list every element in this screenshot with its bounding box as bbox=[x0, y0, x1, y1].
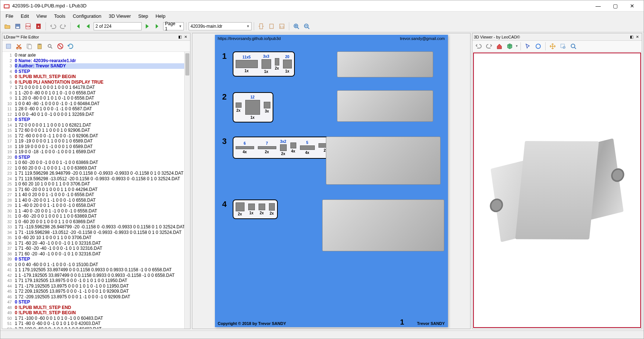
editor-body[interactable]: 1234567891011121314151617181920212223242… bbox=[2, 52, 190, 329]
viewer-zoom-region-icon[interactable] bbox=[558, 41, 568, 51]
cut-icon[interactable] bbox=[14, 41, 24, 51]
viewer-close-icon[interactable]: ✕ bbox=[634, 34, 640, 40]
menu-help[interactable]: Help bbox=[152, 13, 169, 20]
code-line[interactable]: 1 1 -179.192505 33.897499 0 0 0.1158 0.9… bbox=[15, 273, 190, 278]
editor-scrollbar[interactable] bbox=[184, 52, 190, 329]
undo-icon[interactable] bbox=[48, 21, 58, 31]
code-line[interactable]: 1 71 0 0 0 0 1 0 0 0 1 0 0 0 1 64178.DAT bbox=[15, 85, 190, 90]
code-line[interactable]: 1 71 -100 0 -60 0 0 1 0 1 0 -1 0 0 60483… bbox=[15, 316, 190, 321]
viewer-body[interactable] bbox=[473, 53, 641, 328]
menu-view[interactable]: View bbox=[33, 13, 50, 20]
copy-icon[interactable] bbox=[24, 41, 34, 51]
code-line[interactable]: 1 71 119.596298 -13.0512 -20 0.1158 0 -0… bbox=[15, 176, 190, 182]
code-line[interactable]: 0 STEP bbox=[15, 256, 190, 262]
save-icon[interactable] bbox=[13, 21, 23, 31]
code-line[interactable]: 1 0 60 20 10 1 0 0 0 1 1 0 0 3706.DAT bbox=[15, 181, 190, 187]
editor-close-icon[interactable]: ✕ bbox=[183, 34, 189, 40]
code-line[interactable]: 1 19 19 0 0 0 0 1 -1 0 0 0 1 0 6589.DAT bbox=[15, 144, 190, 150]
code-line[interactable]: 1 0 -60 20 10 1 0 0 0 1 1 0 0 3706.DAT bbox=[15, 235, 190, 241]
code-line[interactable]: 1 1 -40 0 -20 0 0 1 -1 0 0 0 -1 0 6558.D… bbox=[15, 208, 190, 214]
code-line[interactable]: 0 Name: 42039s-rearaxle1.ldr bbox=[15, 58, 190, 64]
code-line[interactable]: 0 rear axle bbox=[15, 53, 190, 58]
viewer-cube-icon[interactable] bbox=[505, 41, 515, 51]
code-line[interactable]: 1 19 -19 0 0 0 0 1 1 0 0 0 1 0 6589.DAT bbox=[15, 138, 190, 144]
code-line[interactable]: 1 0 -60 -20 0 0 1 0 0 0 1 1 0 0 63869.DA… bbox=[15, 214, 190, 219]
find-icon[interactable] bbox=[45, 41, 55, 51]
code-line[interactable]: 1 72 60 0 0 0 1 1 0 0 0 1 0 92906.DAT bbox=[15, 128, 190, 133]
fit-width-icon[interactable] bbox=[256, 21, 266, 31]
code-line[interactable]: 1 72 0 0 0 0 0 1 1 0 0 0 1 0 62821.DAT bbox=[15, 122, 190, 128]
zoom-out-icon[interactable] bbox=[302, 21, 311, 31]
viewer-float-icon[interactable]: ◧ bbox=[628, 34, 634, 40]
open-icon[interactable] bbox=[3, 21, 12, 31]
redo-icon[interactable] bbox=[58, 21, 68, 31]
viewer-rotate-icon[interactable] bbox=[533, 41, 543, 51]
code-line[interactable]: 0 !LPUB MULTI_STEP BEGIN bbox=[15, 310, 190, 316]
code-line[interactable]: 1 71 -60 -20 -40 -1 0 0 0 -1 0 1 0 32316… bbox=[15, 246, 190, 251]
code-line[interactable]: 0 STEP bbox=[15, 117, 190, 122]
code-line[interactable]: 0 STEP bbox=[15, 299, 190, 305]
edit-select-icon[interactable] bbox=[4, 41, 13, 51]
code-line[interactable]: 1 28 0 -60 0 1 0 0 0 -1 -1 0 0 6587.DAT bbox=[15, 106, 190, 112]
close-button[interactable]: ✕ bbox=[624, 1, 641, 11]
code-line[interactable]: 1 19 0 0 -18 -1 0 0 0 -1 0 0 0 1 6589.DA… bbox=[15, 149, 190, 155]
menu-configuration[interactable]: Configuration bbox=[69, 13, 105, 20]
code-line[interactable]: 0 !LPUB PLI ANNOTATION DISPLAY TRUE bbox=[15, 80, 190, 85]
code-line[interactable]: 1 71 60 -20 -40 -1 0 0 0 -1 0 1 0 32316.… bbox=[15, 251, 190, 257]
last-page-icon[interactable] bbox=[153, 21, 162, 31]
viewer-redo-icon[interactable] bbox=[484, 41, 494, 51]
first-page-icon[interactable] bbox=[73, 21, 82, 31]
preview-body[interactable]: https://trevorsandy.github.io/lpub3d tre… bbox=[192, 33, 470, 329]
viewer-home-icon[interactable] bbox=[495, 41, 504, 51]
code-line[interactable]: 1 72 -209.192505 13.8975 0 0 0 1 -1 0 0 … bbox=[15, 294, 190, 300]
code-line[interactable]: 1 0 60 20 0 0 -1 0 0 0 1 -1 0 0 63869.DA… bbox=[15, 165, 190, 171]
refresh-icon[interactable] bbox=[66, 41, 75, 51]
code-line[interactable]: 0 !LPUB MULTI_STEP END bbox=[15, 305, 190, 311]
code-line[interactable]: 1 72 209.192505 13.8975 0 0 0 -1 -1 0 0 … bbox=[15, 289, 190, 294]
editor-float-icon[interactable]: ◧ bbox=[177, 34, 183, 40]
code-line[interactable]: 1 71 -179.192505 13.8975 0 0 0 1 0 1 0 -… bbox=[15, 283, 190, 289]
viewer-select-icon[interactable] bbox=[523, 41, 533, 51]
code-line[interactable]: 1 1 179.192505 33.897499 0 0 0.1158 0.99… bbox=[15, 267, 190, 273]
code-line[interactable]: 1 71 -119.596298 26.948799 -20 -0.1158 0… bbox=[15, 224, 190, 230]
code-line[interactable]: 0 Author: Trevor SANDY bbox=[15, 63, 190, 69]
code-line[interactable]: 1 1 -20 0 -80 0 0 1 0 1 0 -1 0 0 6558.DA… bbox=[15, 90, 190, 96]
menu-edit[interactable]: Edit bbox=[17, 13, 33, 20]
code-line[interactable]: 1 1 40 0 -20 0 0 1 -1 0 0 0 -1 0 6558.DA… bbox=[15, 198, 190, 203]
paste-icon[interactable] bbox=[35, 41, 44, 51]
code-line[interactable]: 1 1 -40 0 20 0 0 1 -1 0 0 0 -1 0 6558.DA… bbox=[15, 203, 190, 208]
code-line[interactable]: 1 72 -60 0 0 0 0 -1 1 0 0 0 -1 0 92906.D… bbox=[15, 133, 190, 139]
code-line[interactable]: 1 71 100 0 -60 0 0 -1 0 1 0 1 0 0 60483.… bbox=[15, 326, 190, 329]
actual-size-icon[interactable]: 1:1 bbox=[277, 21, 287, 31]
viewer-zoom-extents-icon[interactable] bbox=[569, 41, 578, 51]
minimize-button[interactable]: — bbox=[590, 1, 607, 11]
code-line[interactable]: 1 0 60 -20 0 0 -1 0 0 0 1 -1 0 0 63869.D… bbox=[15, 160, 190, 165]
prev-page-icon[interactable] bbox=[83, 21, 93, 31]
code-line[interactable]: 0 STEP bbox=[15, 155, 190, 160]
code-line[interactable]: 1 0 0 0 -40 0 1 0 -1 0 0 0 0 1 32269.DAT bbox=[15, 112, 190, 117]
maximize-button[interactable]: ▢ bbox=[607, 1, 624, 11]
menu-step[interactable]: Step bbox=[135, 13, 152, 20]
next-page-icon[interactable] bbox=[142, 21, 152, 31]
page-input[interactable] bbox=[94, 22, 142, 30]
code-line[interactable]: 1 1 20 0 -80 0 0 1 0 1 0 -1 0 0 6558.DAT bbox=[15, 95, 190, 101]
code-line[interactable]: 1 71 -60 20 -40 -1 0 0 0 -1 0 1 0 32316.… bbox=[15, 241, 190, 246]
menu-tools[interactable]: Tools bbox=[50, 13, 69, 20]
viewer-pan-icon[interactable] bbox=[548, 41, 557, 51]
code-line[interactable]: 1 0 0 40 -60 0 0 1 -1 0 0 0 -1 0 15100.D… bbox=[15, 262, 190, 268]
viewer-undo-icon[interactable] bbox=[474, 41, 483, 51]
code-line[interactable]: 0 !LPUB MULTI_STEP BEGIN bbox=[15, 74, 190, 80]
pdf-icon[interactable]: PDF bbox=[23, 21, 33, 31]
delete-icon[interactable] bbox=[55, 41, 65, 51]
file-combo[interactable]: 42039s-main.ldr▼ bbox=[189, 22, 252, 30]
code-line[interactable]: 1 71 -119.596298 -13.0512 -20 -0.1158 0 … bbox=[15, 230, 190, 235]
code-line[interactable]: 1 0 -60 20 0 0 1 0 0 0 1 1 0 0 63869.DAT bbox=[15, 219, 190, 225]
code-line[interactable]: 1 71 60 -20 0 0 1 0 0 0 1 1 0 0 44294.DA… bbox=[15, 187, 190, 192]
menu-3dviewer[interactable]: 3D Viewer bbox=[105, 13, 135, 20]
code-line[interactable]: 1 0 0 40 -80 -1 0 0 0 0 -1 0 -1 0 60484.… bbox=[15, 101, 190, 107]
code-line[interactable]: 1 1 40 0 20 0 0 1 -1 0 0 0 -1 0 6558.DAT bbox=[15, 192, 190, 198]
menu-file[interactable]: File bbox=[2, 13, 17, 20]
fit-page-icon[interactable] bbox=[267, 21, 276, 31]
code-line[interactable]: 1 71 -80 0 -60 0 0 -1 0 1 0 1 0 0 42003.… bbox=[15, 321, 190, 326]
code-line[interactable]: 1 71 179.192505 13.8975 0 0 0 -1 0 1 0 1… bbox=[15, 278, 190, 283]
